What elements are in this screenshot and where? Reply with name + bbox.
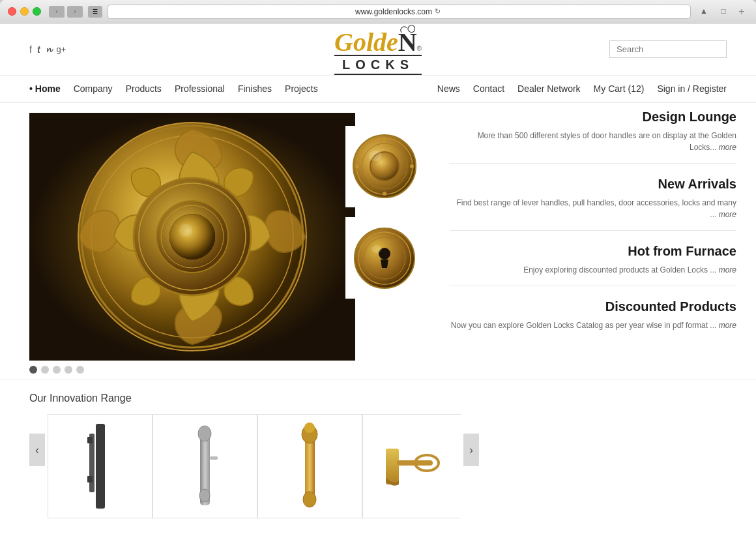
- product-knob-item: [345, 126, 424, 207]
- svg-point-9: [169, 214, 215, 260]
- nav-item-finishes[interactable]: Finishes: [238, 76, 272, 102]
- slide-dot-2[interactable]: [41, 366, 49, 374]
- knob-svg: [351, 132, 419, 201]
- product-1-svg: [84, 424, 117, 509]
- logo-registered: ®: [417, 45, 422, 52]
- pinterest-icon[interactable]: 𝓷: [46, 44, 51, 55]
- logo-locks: LOCKS: [334, 55, 422, 75]
- slide-dot-5[interactable]: [76, 366, 84, 374]
- hero-section: [0, 103, 437, 379]
- carousel-prev-button[interactable]: ‹: [29, 434, 45, 466]
- product-2-svg: [187, 424, 223, 509]
- hot-furnace-link[interactable]: more: [719, 265, 736, 274]
- website-content: f t 𝓷 g+ GoldeN ® LOCKS: [0, 23, 756, 534]
- product-4-svg: [383, 442, 448, 491]
- facebook-icon[interactable]: f: [29, 44, 32, 55]
- sidebar-text-hot-furnace: Enjoy exploring discounted products at G…: [450, 264, 736, 276]
- browser-nav-buttons: ‹ ›: [49, 6, 83, 18]
- url-text: www.goldenlocks.com: [355, 7, 432, 16]
- product-card-2[interactable]: [153, 414, 257, 518]
- maximize-button[interactable]: [33, 7, 41, 16]
- search-input[interactable]: [609, 40, 727, 58]
- svg-rect-27: [87, 437, 93, 443]
- svg-point-15: [369, 151, 382, 161]
- slide-dot-4[interactable]: [65, 366, 72, 374]
- sidebar-design-lounge: Design Lounge More than 500 different st…: [450, 110, 736, 164]
- nav-item-company[interactable]: Company: [74, 76, 113, 102]
- innovation-section: Our Innovation Range ‹: [0, 379, 756, 531]
- nav-item-home[interactable]: Home: [29, 76, 61, 102]
- svg-rect-25: [96, 424, 105, 509]
- svg-point-16: [383, 137, 386, 141]
- close-button[interactable]: [8, 7, 16, 16]
- twitter-icon[interactable]: t: [37, 44, 40, 55]
- sidebar-text-discounted: Now you can explore Golden Locks Catalog…: [450, 319, 736, 331]
- reload-button[interactable]: ↻: [435, 7, 441, 16]
- carousel-container: ‹: [29, 414, 727, 518]
- product-items: [345, 126, 424, 299]
- sidebar-title-hot-furnace: Hot from Furnace: [450, 244, 736, 259]
- product-card-3[interactable]: [257, 414, 362, 518]
- site-logo[interactable]: GoldeN ® LOCKS: [334, 23, 422, 75]
- reader-view-button[interactable]: ☰: [88, 6, 102, 18]
- googleplus-icon[interactable]: g+: [57, 44, 66, 54]
- svg-point-18: [355, 164, 359, 168]
- carousel-next-button[interactable]: ›: [463, 434, 479, 466]
- product-card-4[interactable]: [362, 414, 461, 518]
- innovation-title: Our Innovation Range: [29, 393, 727, 404]
- svg-rect-31: [210, 456, 218, 460]
- back-button[interactable]: ‹: [49, 6, 65, 18]
- logo-swirl-icon: [397, 23, 416, 37]
- logo-wrapper: GoldeN ® LOCKS: [334, 23, 422, 75]
- browser-window: ‹ › ☰ www.goldenlocks.com ↻ ▲ □ + f t 𝓷 …: [0, 0, 756, 534]
- social-icons: f t 𝓷 g+: [29, 44, 66, 55]
- main-content: Design Lounge More than 500 different st…: [0, 103, 756, 379]
- new-arrivals-link[interactable]: more: [719, 210, 736, 219]
- hero-wrapper: [0, 113, 437, 361]
- slideshow-dots: [0, 361, 437, 379]
- products-row: [48, 414, 461, 518]
- slide-dot-1[interactable]: [29, 366, 37, 374]
- header-left: f t 𝓷 g+: [29, 44, 66, 55]
- svg-point-19: [410, 164, 414, 168]
- browser-action-buttons: ▲ □ +: [696, 5, 748, 18]
- nav-item-news[interactable]: News: [437, 76, 460, 102]
- product-3-svg: [295, 423, 325, 511]
- svg-point-17: [383, 192, 386, 196]
- product-card-1[interactable]: [48, 414, 153, 518]
- new-tab-button[interactable]: +: [735, 5, 748, 18]
- share-button[interactable]: ▲: [696, 5, 712, 17]
- svg-point-10: [179, 224, 192, 237]
- forward-button[interactable]: ›: [67, 6, 83, 18]
- search-container: [609, 40, 727, 58]
- browser-titlebar: ‹ › ☰ www.goldenlocks.com ↻ ▲ □ +: [0, 0, 756, 23]
- design-lounge-link[interactable]: more: [719, 143, 736, 152]
- nav-item-professional[interactable]: Professional: [175, 76, 225, 102]
- sidebar: Design Lounge More than 500 different st…: [437, 103, 756, 379]
- discounted-link[interactable]: more: [719, 321, 736, 330]
- svg-point-36: [303, 492, 316, 507]
- sidebar-title-new-arrivals: New Arrivals: [450, 177, 736, 192]
- sidebar-title-discounted: Discounted Products: [450, 299, 736, 314]
- nav-item-contact[interactable]: Contact: [473, 76, 504, 102]
- minimize-button[interactable]: [20, 7, 29, 16]
- nav-right-items: News Contact Dealer Network My Cart (12)…: [437, 76, 727, 102]
- sidebar-new-arrivals: New Arrivals Find best range of lever ha…: [450, 177, 736, 231]
- nav-item-projects[interactable]: Projects: [285, 76, 318, 102]
- nav-item-products[interactable]: Products: [126, 76, 162, 102]
- escutcheon-svg: [352, 226, 417, 291]
- nav-item-cart[interactable]: My Cart (12): [594, 76, 645, 102]
- url-bar[interactable]: www.goldenlocks.com ↻: [108, 5, 691, 19]
- svg-point-35: [304, 423, 315, 433]
- nav-item-dealer-network[interactable]: Dealer Network: [517, 76, 580, 102]
- svg-point-30: [198, 426, 211, 441]
- tab-view-button[interactable]: □: [716, 5, 731, 17]
- hero-ornament-svg: [29, 113, 355, 361]
- slide-dot-3[interactable]: [53, 366, 61, 374]
- product-escutcheon-item: [345, 217, 424, 299]
- nav-item-signin[interactable]: Sign in / Register: [657, 76, 727, 102]
- navigation-bar: Home Company Products Professional Finis…: [0, 76, 756, 103]
- svg-rect-28: [87, 476, 93, 482]
- sidebar-text-design-lounge: More than 500 different styles of door h…: [450, 130, 736, 153]
- sidebar-hot-furnace: Hot from Furnace Enjoy exploring discoun…: [450, 244, 736, 286]
